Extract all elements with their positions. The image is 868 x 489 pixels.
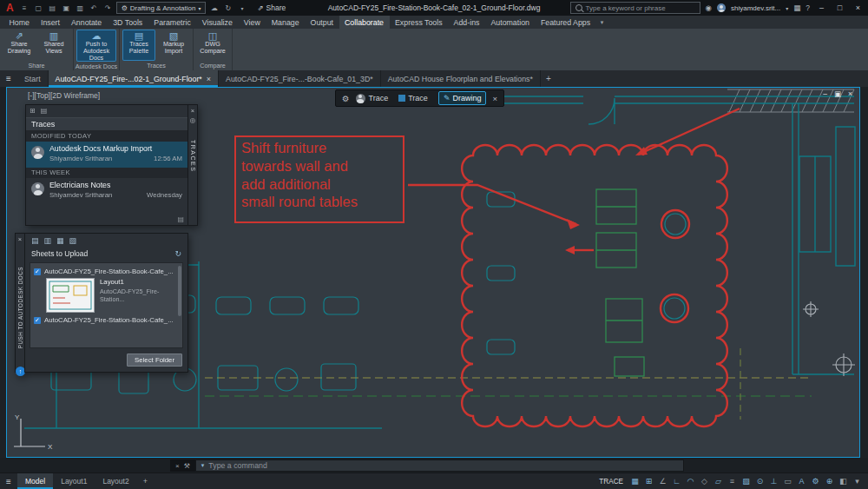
traces-palette-button[interactable]: ▤ Traces Palette [122, 30, 155, 61]
selection-cycling-icon[interactable]: ⊙ [753, 477, 766, 486]
file-tab-start[interactable]: Start [17, 70, 49, 87]
trace-list-item-selected[interactable]: Autodesk Docs Markup Import Shiyamdev Sr… [26, 142, 187, 168]
maximize-button[interactable]: □ [833, 3, 846, 12]
notification-bell-icon[interactable]: ◉ [706, 3, 712, 12]
tab-insert[interactable]: Insert [35, 16, 65, 29]
trace-settings-gear-icon[interactable]: ⚙ [342, 94, 350, 103]
tab-manage[interactable]: Manage [266, 16, 305, 29]
workspace-gear-icon[interactable]: ⚙ [809, 477, 822, 486]
new-file-icon[interactable]: ▢ [33, 4, 44, 12]
tab-featured-apps[interactable]: Featured Apps [535, 16, 595, 29]
refresh-icon[interactable]: ↻ [174, 249, 181, 258]
sheet-row[interactable]: ✓ AutoCAD-FY25_Fire-Station-Book-Cafe_..… [34, 268, 174, 275]
trace-list-item[interactable]: Electricians Notes Shiyamdev Sritharan W… [26, 178, 187, 204]
tab-model[interactable]: Model [17, 473, 53, 489]
sheet-checkbox[interactable]: ✓ [34, 268, 41, 275]
push-to-autodesk-docs-button[interactable]: ☁ Push to Autodesk Docs [76, 30, 116, 62]
cloud-icon[interactable]: ☁ [208, 4, 220, 12]
drawing-close-icon[interactable]: × [848, 89, 852, 98]
tab-add-ins[interactable]: Add-ins [448, 16, 485, 29]
annotation-scale-icon[interactable]: A [795, 477, 808, 486]
customize-icon[interactable]: ▾ [851, 477, 864, 486]
file-tab-ground-floor[interactable]: AutoCAD-FY25_Fire-...02-1_Ground-Floor* … [49, 70, 219, 87]
share-drawing-button[interactable]: ⇗ Share Drawing [3, 30, 36, 61]
osnap-icon[interactable]: ▱ [712, 477, 725, 486]
viewport-controls[interactable]: [-][Top][2D Wireframe] [28, 91, 100, 100]
sync-icon[interactable]: ↻ [222, 4, 233, 12]
tab-3d-tools[interactable]: 3D Tools [108, 16, 148, 29]
layout-thumbnail-row[interactable]: Layout1 AutoCAD-FY25_Fire-Station... [46, 278, 174, 313]
apps-icon[interactable]: ▦ [793, 3, 800, 12]
snap-icon[interactable]: ⊞ [642, 477, 655, 486]
tab-annotate[interactable]: Annotate [65, 16, 107, 29]
drawing-minimize-icon[interactable]: – [823, 89, 827, 98]
command-recent-caret-icon[interactable]: ▾ [201, 462, 205, 469]
help-icon[interactable]: ? [806, 3, 810, 12]
dynamic-ucs-icon[interactable]: ⊥ [767, 477, 780, 486]
polar-tracking-icon[interactable]: ◠ [684, 477, 697, 486]
traces-panel-corner-icon[interactable]: ▤ [177, 215, 184, 223]
ribbon-options-caret-icon[interactable]: ▾ [596, 16, 608, 29]
tab-layout2[interactable]: Layout2 [95, 473, 136, 489]
minimize-button[interactable]: – [815, 3, 828, 12]
push-doc-icon[interactable]: ▤ [31, 236, 39, 245]
tab-visualize[interactable]: Visualize [196, 16, 238, 29]
tab-collaborate[interactable]: Collaborate [339, 16, 390, 29]
trace-status-button[interactable]: TRACE [599, 478, 623, 486]
traces-palette-close-icon[interactable]: × [191, 107, 194, 115]
user-avatar[interactable] [717, 3, 726, 12]
shared-views-button[interactable]: ▥ Shared Views [37, 30, 70, 61]
redo-icon[interactable]: ↷ [102, 4, 114, 12]
menu-icon[interactable]: ≡ [19, 4, 30, 12]
traces-list-view-icon[interactable]: ▤ [41, 107, 48, 117]
traces-grid-view-icon[interactable]: ⊞ [30, 107, 36, 117]
sheet-checkbox[interactable]: ✓ [34, 317, 41, 324]
workspace-switcher[interactable]: ⚙ Drafting & Annotation ▾ [116, 2, 207, 14]
select-folder-button[interactable]: Select Folder [127, 354, 182, 367]
file-tab-cafe-3d[interactable]: AutoCAD-FY25_Fire-...-Book-Cafe_01_3D* [219, 70, 381, 87]
open-file-icon[interactable]: ▤ [47, 4, 58, 12]
titlebar-share-button[interactable]: ⇗ Share [257, 3, 286, 12]
drawing-mode-button[interactable]: ✎ Drawing [438, 91, 487, 105]
lineweight-icon[interactable]: ≡ [726, 477, 739, 486]
layout-menu-icon[interactable]: ≡ [0, 477, 17, 486]
user-name[interactable]: shiyamdev.srit... [731, 4, 780, 12]
tab-express-tools[interactable]: Express Tools [390, 16, 449, 29]
sheets-list-scrollbar[interactable] [178, 266, 181, 316]
file-tab-house-floorplan[interactable]: AutoCAD House Floorplan and Elevations* [381, 70, 541, 87]
tab-home[interactable]: Home [3, 16, 35, 29]
trace-toolbar-close-icon[interactable]: × [492, 94, 497, 103]
undo-icon[interactable]: ↶ [89, 4, 100, 12]
tab-automation[interactable]: Automation [485, 16, 536, 29]
trace-mode-button[interactable]: Trace [394, 92, 432, 104]
push-folder-icon[interactable]: ▦ [56, 236, 64, 245]
dwg-compare-button[interactable]: ◫ DWG Compare [196, 30, 229, 61]
user-caret-icon[interactable]: ▾ [786, 5, 788, 11]
command-input[interactable]: ▾ Type a command [195, 459, 684, 472]
graphics-performance-icon[interactable]: ◧ [837, 477, 850, 486]
tab-output[interactable]: Output [305, 16, 339, 29]
file-tab-close-icon[interactable]: × [207, 75, 211, 83]
close-button[interactable]: × [852, 3, 865, 12]
isodraft-icon[interactable]: ◇ [698, 477, 711, 486]
drawing-restore-icon[interactable]: ▣ [834, 89, 841, 98]
tab-layout1[interactable]: Layout1 [53, 473, 95, 489]
new-layout-plus-icon[interactable]: + [137, 477, 154, 486]
tab-view[interactable]: View [238, 16, 266, 29]
push-upload-icon[interactable]: ▥ [44, 236, 52, 245]
tab-parametric[interactable]: Parametric [148, 16, 197, 29]
push-settings-icon[interactable]: ▧ [69, 236, 77, 245]
ortho-icon[interactable]: ∟ [670, 477, 683, 486]
autocad-logo-icon[interactable]: A [3, 0, 16, 16]
push-palette-close-icon[interactable]: × [18, 235, 22, 243]
grid-icon[interactable]: ▦ [628, 477, 641, 486]
command-wrench-icon[interactable]: ⚒ [184, 462, 190, 470]
qat-caret-icon[interactable]: ▾ [236, 5, 247, 11]
markup-import-button[interactable]: ▧ Markup Import [157, 30, 190, 61]
search-input[interactable]: Type a keyword or phrase [570, 2, 700, 14]
sheet-row[interactable]: ✓ AutoCAD-FY25_Fire-Station-Book-Cafe_..… [34, 316, 174, 324]
traces-palette-pin-icon[interactable]: ◎ [190, 116, 196, 124]
drawing-canvas[interactable]: [-][Top][2D Wireframe] – ▣ × ⚙ Trace Tra… [6, 87, 860, 458]
dynamic-input-icon[interactable]: ▭ [781, 477, 794, 486]
save-file-icon[interactable]: ▣ [61, 4, 72, 12]
